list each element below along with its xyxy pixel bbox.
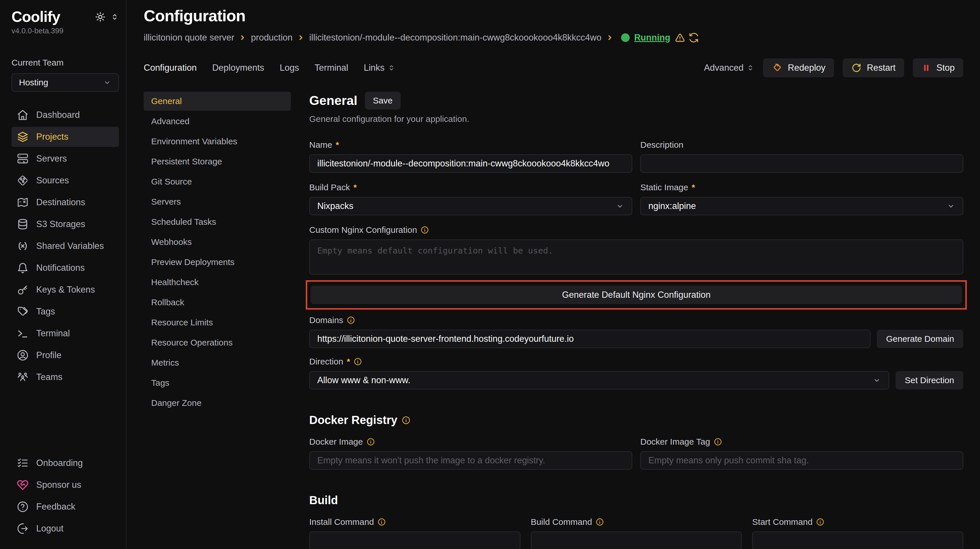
subnav-webhooks[interactable]: Webhooks bbox=[144, 232, 291, 251]
save-button[interactable]: Save bbox=[365, 92, 401, 110]
sidebar-item-profile[interactable]: Profile bbox=[11, 345, 119, 365]
redeploy-label: Redeploy bbox=[788, 63, 826, 73]
advanced-dropdown[interactable]: Advanced bbox=[704, 63, 754, 73]
sun-icon[interactable] bbox=[95, 11, 106, 22]
sidebar-item-servers[interactable]: Servers bbox=[11, 149, 119, 169]
custom-nginx-field-group: Custom Nginx Configuration bbox=[309, 225, 963, 276]
sidebar-item-label: S3 Storages bbox=[36, 219, 85, 229]
chevron-down-icon bbox=[103, 78, 111, 87]
tab-deployments[interactable]: Deployments bbox=[212, 63, 264, 73]
tab-links[interactable]: Links bbox=[364, 63, 395, 73]
description-field-group: Description bbox=[640, 140, 963, 173]
sidebar-item-feedback[interactable]: Feedback bbox=[11, 496, 119, 517]
sidebar-item-label: Logout bbox=[36, 524, 64, 534]
tab-terminal[interactable]: Terminal bbox=[315, 63, 348, 73]
static-image-label: Static Image * bbox=[640, 183, 963, 192]
users-icon bbox=[17, 371, 29, 383]
stop-button[interactable]: Stop bbox=[913, 58, 963, 77]
docker-image-tag-input[interactable] bbox=[640, 451, 963, 469]
sidebar-item-label: Keys & Tokens bbox=[36, 285, 95, 295]
sidebar-item-terminal[interactable]: Terminal bbox=[11, 323, 119, 344]
subnav-git-source[interactable]: Git Source bbox=[144, 172, 291, 191]
sidebar-item-sponsor[interactable]: Sponsor us bbox=[11, 475, 119, 495]
sidebar-item-notifications[interactable]: Notifications bbox=[11, 258, 119, 278]
subnav-resource-limits[interactable]: Resource Limits bbox=[144, 313, 291, 332]
team-select[interactable]: Hosting bbox=[11, 73, 119, 92]
redeploy-icon bbox=[772, 62, 783, 73]
header-actions: Advanced Redeploy Restart Stop bbox=[704, 58, 963, 77]
server-icon bbox=[17, 153, 29, 165]
domains-input[interactable] bbox=[309, 330, 870, 348]
custom-nginx-textarea[interactable] bbox=[309, 239, 963, 275]
sidebar-item-logout[interactable]: Logout bbox=[11, 519, 119, 539]
sidebar-item-teams[interactable]: Teams bbox=[11, 367, 119, 387]
build-command-label: Build Command bbox=[531, 517, 742, 527]
docker-image-tag-label: Docker Image Tag bbox=[640, 437, 963, 447]
sidebar-item-label: Sponsor us bbox=[36, 480, 81, 490]
docker-image-tag-field-group: Docker Image Tag bbox=[640, 437, 963, 469]
subnav-persistent-storage[interactable]: Persistent Storage bbox=[144, 152, 291, 171]
sidebar-item-destinations[interactable]: Destinations bbox=[11, 192, 119, 212]
name-label: Name * bbox=[309, 140, 632, 150]
chevrons-up-down-icon bbox=[387, 64, 395, 72]
subnav-environment-variables[interactable]: Environment Variables bbox=[144, 132, 291, 151]
subnav-scheduled-tasks[interactable]: Scheduled Tasks bbox=[144, 212, 291, 231]
sidebar-item-dashboard[interactable]: Dashboard bbox=[11, 105, 119, 125]
static-image-select[interactable]: nginx:alpine bbox=[640, 197, 963, 215]
build-command-input[interactable] bbox=[531, 531, 742, 549]
direction-select[interactable]: Allow www & non-www. bbox=[309, 371, 889, 390]
page-title: Configuration bbox=[144, 6, 963, 25]
list-checks-icon bbox=[17, 457, 29, 469]
generate-nginx-config-button[interactable]: Generate Default Nginx Configuration bbox=[311, 286, 962, 304]
warning-icon bbox=[675, 32, 685, 43]
subnav-servers[interactable]: Servers bbox=[144, 192, 291, 211]
name-field-group: Name * bbox=[309, 140, 632, 173]
build-pack-select[interactable]: Nixpacks bbox=[309, 197, 632, 215]
app-logo: Coolify bbox=[11, 8, 60, 25]
chevron-right-icon bbox=[239, 34, 246, 41]
breadcrumb-project[interactable]: illicitonion quote server bbox=[144, 32, 234, 43]
set-direction-button[interactable]: Set Direction bbox=[896, 371, 963, 390]
sidebar-item-shared-variables[interactable]: Shared Variables bbox=[11, 236, 119, 256]
breadcrumb-environment[interactable]: production bbox=[251, 32, 293, 43]
docker-image-input[interactable] bbox=[309, 451, 632, 469]
chevrons-up-down-icon bbox=[746, 64, 754, 72]
subnav-danger-zone[interactable]: Danger Zone bbox=[144, 393, 291, 412]
tab-configuration[interactable]: Configuration bbox=[144, 63, 197, 73]
chevrons-up-down-icon[interactable] bbox=[110, 13, 119, 21]
user-circle-icon bbox=[17, 349, 29, 361]
general-form: General Save General configuration for y… bbox=[309, 92, 963, 549]
subnav-metrics[interactable]: Metrics bbox=[144, 353, 291, 372]
sidebar-item-tags[interactable]: Tags bbox=[11, 302, 119, 321]
install-command-input[interactable] bbox=[309, 531, 520, 549]
generate-domain-button[interactable]: Generate Domain bbox=[877, 330, 963, 348]
install-command-field-group: Install Command bbox=[309, 517, 520, 549]
tab-logs[interactable]: Logs bbox=[280, 63, 299, 73]
name-input[interactable] bbox=[309, 154, 632, 173]
sidebar-item-label: Shared Variables bbox=[36, 241, 104, 251]
subnav-healthcheck[interactable]: Healthcheck bbox=[144, 273, 291, 292]
subnav-rollback[interactable]: Rollback bbox=[144, 293, 291, 312]
restart-button[interactable]: Restart bbox=[843, 58, 904, 77]
status-link[interactable]: Running bbox=[634, 32, 670, 43]
tags-icon bbox=[17, 306, 29, 318]
sidebar-item-onboarding[interactable]: Onboarding bbox=[11, 453, 119, 473]
sidebar-item-s3-storages[interactable]: S3 Storages bbox=[11, 214, 119, 234]
sidebar-item-keys-tokens[interactable]: Keys & Tokens bbox=[11, 280, 119, 300]
subnav-general[interactable]: General bbox=[144, 92, 291, 111]
sidebar-item-sources[interactable]: Sources bbox=[11, 170, 119, 191]
breadcrumb-resource[interactable]: illicitestonion/-module--decomposition:m… bbox=[309, 32, 601, 43]
subnav-preview-deployments[interactable]: Preview Deployments bbox=[144, 253, 291, 272]
terminal-icon bbox=[17, 328, 29, 339]
required-marker: * bbox=[692, 183, 695, 192]
start-command-input[interactable] bbox=[752, 531, 963, 549]
subnav-resource-operations[interactable]: Resource Operations bbox=[144, 333, 291, 352]
sidebar-item-projects[interactable]: Projects bbox=[11, 127, 119, 147]
sidebar-item-label: Onboarding bbox=[36, 458, 83, 468]
redeploy-button[interactable]: Redeploy bbox=[763, 58, 834, 77]
build-title: Build bbox=[309, 494, 963, 507]
description-input[interactable] bbox=[640, 154, 963, 173]
subnav-tags[interactable]: Tags bbox=[144, 373, 291, 392]
content-area: General Advanced Environment Variables P… bbox=[144, 92, 963, 549]
subnav-advanced[interactable]: Advanced bbox=[144, 112, 291, 131]
